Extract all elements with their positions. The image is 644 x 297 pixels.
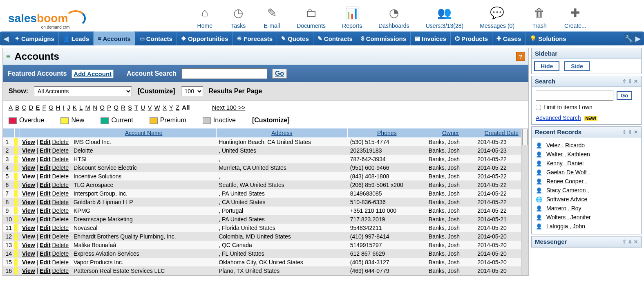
- view-link[interactable]: View: [22, 190, 35, 197]
- nav-accounts[interactable]: ≡Accounts: [93, 32, 135, 45]
- help-button[interactable]: ?: [516, 52, 525, 61]
- alpha-E[interactable]: E: [36, 104, 40, 111]
- account-search-go-button[interactable]: Go: [272, 69, 287, 79]
- view-link[interactable]: View: [22, 268, 35, 274]
- alpha-K[interactable]: K: [73, 104, 77, 111]
- edit-link[interactable]: Edit: [40, 268, 50, 274]
- view-link[interactable]: View: [22, 164, 35, 171]
- customize-legend-link[interactable]: [Customize]: [252, 117, 290, 124]
- sidebar-hide-button[interactable]: Hide: [534, 61, 559, 71]
- recent-link[interactable]: Wolters , Jennifer: [546, 214, 591, 220]
- edit-link[interactable]: Edit: [40, 250, 50, 257]
- alpha-S[interactable]: S: [128, 104, 132, 111]
- delete-link[interactable]: Delete: [52, 259, 69, 266]
- next-page-link[interactable]: Next 100 >>: [212, 104, 246, 111]
- alpha-D[interactable]: D: [29, 104, 33, 111]
- delete-link[interactable]: Delete: [52, 147, 69, 154]
- recent-item[interactable]: 👤Walter , Kathleen: [536, 150, 637, 159]
- edit-link[interactable]: Edit: [40, 147, 50, 154]
- sidebar-search-go-button[interactable]: Go: [617, 91, 633, 100]
- recent-item[interactable]: 👤Laloggia , John: [536, 222, 637, 231]
- view-link[interactable]: View: [22, 182, 35, 188]
- nav-cases[interactable]: ✚Cases: [492, 32, 525, 45]
- alpha-N[interactable]: N: [93, 104, 97, 111]
- limit-items-checkbox[interactable]: [536, 105, 541, 110]
- toolbar-messages[interactable]: 💬Messages (0): [480, 4, 514, 29]
- nav-commissions[interactable]: $Commissions: [357, 32, 410, 45]
- delete-link[interactable]: Delete: [52, 156, 69, 162]
- edit-link[interactable]: Edit: [40, 139, 50, 145]
- view-link[interactable]: View: [22, 147, 35, 154]
- per-page-select[interactable]: 100: [181, 86, 203, 96]
- alpha-W[interactable]: W: [154, 104, 160, 111]
- recent-link[interactable]: Software Advice: [546, 196, 587, 202]
- recent-link[interactable]: Walter , Kathleen: [546, 151, 590, 158]
- toolbar-tasks[interactable]: ◷Tasks: [230, 4, 247, 29]
- edit-link[interactable]: Edit: [40, 199, 50, 205]
- nav-scroll-left[interactable]: ◀: [2, 33, 11, 44]
- view-link[interactable]: View: [22, 139, 35, 145]
- delete-link[interactable]: Delete: [52, 250, 69, 257]
- sidebar-side-button[interactable]: Side: [564, 61, 590, 71]
- panel-pin-icon[interactable]: ⇩: [628, 129, 632, 135]
- recent-item[interactable]: 👤Gaelan De Wolf ,: [536, 168, 637, 177]
- view-link[interactable]: View: [22, 199, 35, 205]
- col-account-name[interactable]: Account Name: [71, 128, 216, 138]
- recent-item[interactable]: 👤Velez , Ricardo: [536, 141, 637, 150]
- nav-leads[interactable]: 👤Leads: [58, 32, 93, 45]
- panel-pin-icon[interactable]: ⇩: [628, 239, 632, 245]
- edit-link[interactable]: Edit: [40, 207, 50, 214]
- toolbar-users[interactable]: 👥Users:3/13(28): [426, 4, 464, 29]
- view-link[interactable]: View: [22, 173, 35, 180]
- delete-link[interactable]: Delete: [52, 233, 69, 240]
- alpha-L[interactable]: L: [79, 104, 83, 111]
- alpha-M[interactable]: M: [85, 104, 91, 111]
- recent-item[interactable]: 👤Wolters , Jennifer: [536, 213, 637, 222]
- delete-link[interactable]: Delete: [52, 199, 69, 205]
- add-account-button[interactable]: Add Account: [72, 70, 114, 78]
- toolbar-create[interactable]: ✚Create...: [564, 4, 586, 29]
- alpha-Z[interactable]: Z: [176, 104, 179, 111]
- nav-invoices[interactable]: ▦Invoices: [410, 32, 450, 45]
- alpha-O[interactable]: O: [100, 104, 105, 111]
- edit-link[interactable]: Edit: [40, 225, 50, 231]
- recent-item[interactable]: 👤Kenny , Daniel: [536, 159, 637, 168]
- recent-link[interactable]: Kenny , Daniel: [546, 160, 584, 166]
- alpha-G[interactable]: G: [49, 104, 54, 111]
- delete-link[interactable]: Delete: [52, 225, 69, 231]
- edit-link[interactable]: Edit: [40, 173, 50, 180]
- view-link[interactable]: View: [22, 242, 35, 248]
- nav-campaigns[interactable]: ✦Campaigns: [11, 32, 58, 45]
- toolbar-email[interactable]: ✎E-mail: [263, 4, 280, 29]
- alpha-P[interactable]: P: [107, 104, 111, 111]
- alpha-R[interactable]: R: [121, 104, 125, 111]
- delete-link[interactable]: Delete: [52, 164, 69, 171]
- recent-item[interactable]: 👤Marrero , Roy: [536, 204, 637, 213]
- recent-link[interactable]: Stacy Cameron ,: [546, 187, 589, 194]
- col-phones[interactable]: Phones: [348, 128, 426, 138]
- panel-close-icon[interactable]: ✕: [634, 239, 638, 245]
- edit-link[interactable]: Edit: [40, 233, 50, 240]
- panel-up-icon[interactable]: ⇧: [622, 79, 626, 84]
- alphabet-all[interactable]: All: [182, 104, 190, 111]
- alpha-Y[interactable]: Y: [169, 104, 173, 111]
- edit-link[interactable]: Edit: [40, 156, 50, 162]
- account-search-input[interactable]: [181, 68, 267, 79]
- table-scrollbar[interactable]: [521, 128, 528, 275]
- col-address[interactable]: Address: [216, 128, 348, 138]
- edit-link[interactable]: Edit: [40, 259, 50, 266]
- delete-link[interactable]: Delete: [52, 216, 69, 223]
- delete-link[interactable]: Delete: [52, 173, 69, 180]
- toolbar-documents[interactable]: 🗀Documents: [297, 4, 326, 29]
- nav-contracts[interactable]: ✎Contracts: [313, 32, 357, 45]
- nav-tools-icon[interactable]: 🔧: [624, 33, 633, 44]
- col-created[interactable]: Created Date: [475, 128, 528, 138]
- panel-pin-icon[interactable]: ⇩: [628, 79, 632, 84]
- show-select[interactable]: All Accounts: [34, 86, 132, 96]
- view-link[interactable]: View: [22, 225, 35, 231]
- customize-view-link[interactable]: [Customize]: [138, 88, 175, 95]
- toolbar-reports[interactable]: 📊Reports: [342, 4, 362, 29]
- alpha-U[interactable]: U: [141, 104, 145, 111]
- alpha-X[interactable]: X: [163, 104, 167, 111]
- alpha-V[interactable]: V: [148, 104, 152, 111]
